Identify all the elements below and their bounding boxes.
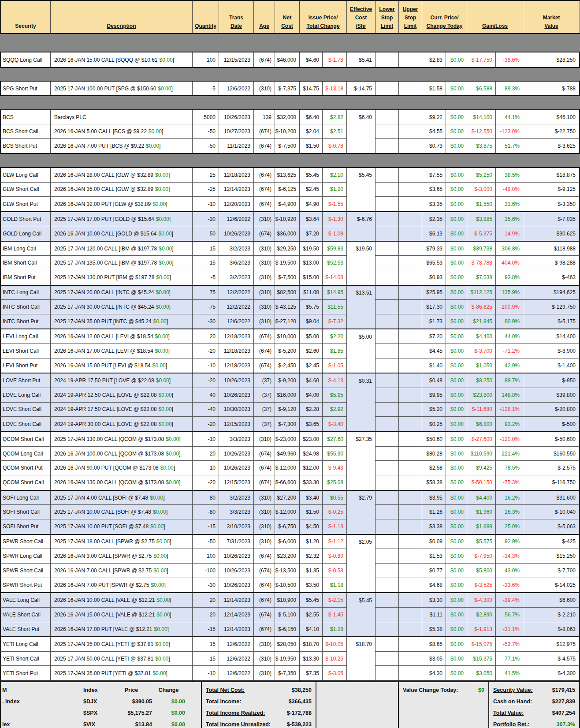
cell-change-today[interactable]: $0.00 xyxy=(446,226,467,240)
cell-market-value[interactable]: $31,600 xyxy=(523,491,580,505)
cell-gain-loss-percent[interactable]: 78.5% xyxy=(496,461,523,475)
cell-lower-stop-limit[interactable] xyxy=(376,168,399,183)
cell-net-cost[interactable]: $36,000 xyxy=(275,226,300,240)
cell-gain-loss-dollar[interactable]: $-86,625 xyxy=(467,300,496,314)
cell-description[interactable]: 2026 16-JAN 130.00 CALL [QCOM @ $173.08$… xyxy=(51,475,193,490)
column-header-security[interactable]: Security xyxy=(0,1,51,33)
cell-description[interactable]: 2024 19-APR 17.50 CALL [LOVE @ $22.08$0.… xyxy=(51,403,193,417)
cell-upper-stop-limit[interactable] xyxy=(399,329,422,344)
cell-effective-cost[interactable] xyxy=(347,505,376,519)
cell-gain-loss-dollar[interactable]: $5,575 xyxy=(467,535,496,549)
cell-current-price[interactable]: $25.95 xyxy=(422,286,446,300)
cell-upper-stop-limit[interactable] xyxy=(399,447,422,461)
cell-description[interactable]: 2025 17-JAN 4.00 CALL [SOFI @ $7.48$0.00… xyxy=(51,491,193,505)
cell-effective-cost[interactable]: $-6.76 xyxy=(347,212,376,226)
cell-upper-stop-limit[interactable] xyxy=(399,491,422,505)
cell-security[interactable]: QCOM Short Call xyxy=(0,432,51,447)
cell-gain-loss-dollar[interactable]: $3,875 xyxy=(467,139,496,153)
cell-gain-loss-percent[interactable]: 80.9% xyxy=(496,314,523,329)
cell-market-value[interactable]: $-7,035 xyxy=(523,212,580,226)
cell-gain-loss-percent[interactable]: 16.3% xyxy=(496,505,523,519)
cell-security[interactable]: QCOM Short Call xyxy=(0,475,51,490)
cell-gain-loss-percent[interactable]: 31.6% xyxy=(496,197,523,211)
cell-quantity[interactable]: 20 xyxy=(193,329,219,344)
cell-change-today[interactable]: $0.00 xyxy=(446,358,467,373)
cell-lower-stop-limit[interactable] xyxy=(376,183,399,197)
cell-age[interactable]: (674) xyxy=(254,329,275,344)
cell-issue-price[interactable]: $3.50 xyxy=(300,578,323,593)
cell-issue-price[interactable]: $2.28 xyxy=(300,403,323,417)
cell-trans-date[interactable]: 12/6/2022 xyxy=(219,637,254,652)
cell-total-change[interactable]: $-1.30 xyxy=(323,212,347,226)
cell-market-value[interactable]: $-22,750 xyxy=(523,124,580,138)
cell-issue-price[interactable]: $3.40 xyxy=(300,491,323,505)
cell-quantity[interactable]: -20 xyxy=(193,344,219,358)
cell-quantity[interactable]: 40 xyxy=(193,388,219,403)
cell-trans-date[interactable]: 3/2/2023 xyxy=(219,242,254,256)
cell-quantity[interactable]: -20 xyxy=(193,373,219,388)
cell-security[interactable]: GLW Short Put xyxy=(0,197,51,211)
column-header-curr-price-change-today[interactable]: Curr. Price/Change Today xyxy=(422,1,467,33)
cell-upper-stop-limit[interactable] xyxy=(399,314,422,329)
cell-net-cost[interactable]: $-23,000 xyxy=(275,432,300,447)
cell-market-value[interactable]: $-116,750 xyxy=(523,475,580,490)
cell-security[interactable]: SOFI Short Put xyxy=(0,519,51,534)
cell-market-value[interactable]: $-4,575 xyxy=(523,652,580,666)
cell-change-today[interactable]: $0.00 xyxy=(446,344,467,358)
cell-age[interactable]: (674) xyxy=(254,622,275,637)
cell-lower-stop-limit[interactable] xyxy=(376,564,399,578)
cell-effective-cost[interactable]: $5.00 xyxy=(347,329,376,344)
cell-net-cost[interactable]: $-27,120 xyxy=(275,314,300,329)
cell-gain-loss-dollar[interactable]: $15,375 xyxy=(467,652,496,666)
cell-effective-cost[interactable] xyxy=(347,403,376,417)
cell-upper-stop-limit[interactable] xyxy=(399,622,422,637)
cell-issue-price[interactable]: $2.55 xyxy=(300,608,323,622)
cell-gain-loss-dollar[interactable]: $89,738 xyxy=(467,242,496,256)
cell-security[interactable]: SOFI Long Call xyxy=(0,491,51,505)
cell-upper-stop-limit[interactable] xyxy=(399,344,422,358)
cell-change-today[interactable]: $0.00 xyxy=(446,300,467,314)
cell-description[interactable]: Barclays PLC xyxy=(51,110,193,124)
column-header-issue-price-total-change[interactable]: Issue Price/Total Change xyxy=(300,1,347,33)
cell-net-cost[interactable]: $-4,900 xyxy=(275,197,300,211)
cell-security[interactable]: SPG Short Put xyxy=(0,82,51,95)
cell-quantity[interactable]: -10 xyxy=(193,432,219,447)
cell-security[interactable]: QCOM Long Call xyxy=(0,447,51,461)
cell-lower-stop-limit[interactable] xyxy=(376,578,399,593)
cell-total-change[interactable]: $-9.43 xyxy=(323,461,347,475)
cell-upper-stop-limit[interactable] xyxy=(399,242,422,256)
cell-market-value[interactable]: $-50,600 xyxy=(523,432,580,447)
cell-effective-cost[interactable] xyxy=(347,300,376,314)
cell-trans-date[interactable]: 3/10/2023 xyxy=(219,519,254,534)
cell-upper-stop-limit[interactable] xyxy=(399,124,422,138)
cell-trans-date[interactable]: 3/3/2023 xyxy=(219,505,254,519)
cell-quantity[interactable]: -10 xyxy=(193,197,219,211)
cell-gain-loss-dollar[interactable]: $2,890 xyxy=(467,608,496,622)
cell-effective-cost[interactable]: $5.41 xyxy=(347,52,376,67)
cell-trans-date[interactable]: 12/18/2023 xyxy=(219,358,254,373)
cell-effective-cost[interactable] xyxy=(347,344,376,358)
cell-current-price[interactable]: $1.58 xyxy=(422,82,446,95)
column-header-trans-date[interactable]: TransDate xyxy=(219,1,254,33)
cell-net-cost[interactable]: $-13,500 xyxy=(275,564,300,578)
cell-upper-stop-limit[interactable] xyxy=(399,403,422,417)
cell-trans-date[interactable]: 3/2/2023 xyxy=(219,270,254,285)
cell-lower-stop-limit[interactable] xyxy=(376,447,399,461)
cell-trans-date[interactable]: 10/26/2023 xyxy=(219,447,254,461)
cell-quantity[interactable]: 25 xyxy=(193,168,219,183)
cell-security[interactable]: BCS xyxy=(0,110,51,124)
cell-total-change[interactable]: $2.82 xyxy=(323,110,347,124)
cell-upper-stop-limit[interactable] xyxy=(399,564,422,578)
cell-effective-cost[interactable] xyxy=(347,314,376,329)
cell-lower-stop-limit[interactable] xyxy=(376,637,399,652)
cell-current-price[interactable]: $3.30 xyxy=(422,593,446,608)
cell-trans-date[interactable]: 10/26/2023 xyxy=(219,373,254,388)
cell-effective-cost[interactable] xyxy=(347,666,376,680)
cell-net-cost[interactable]: $-10,920 xyxy=(275,212,300,226)
cell-age[interactable]: (674) xyxy=(254,549,275,564)
cell-trans-date[interactable]: 10/26/2023 xyxy=(219,564,254,578)
cell-gain-loss-percent[interactable]: 221.4% xyxy=(496,447,523,461)
cell-issue-price[interactable]: $14.75 xyxy=(300,82,323,95)
cell-change-today[interactable]: $0.00 xyxy=(446,475,467,490)
cell-lower-stop-limit[interactable] xyxy=(376,52,399,67)
